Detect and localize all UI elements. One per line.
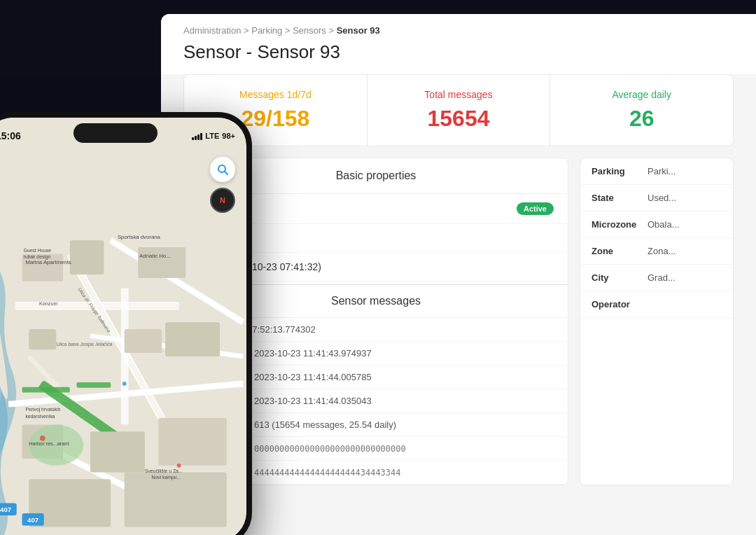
signal-bars-icon [192, 132, 202, 140]
svg-rect-3 [121, 289, 129, 425]
right-state-row: State Used... [580, 185, 733, 211]
right-zone-value: Zona... [648, 246, 676, 256]
svg-text:Sveučilište u Za...: Sveučilište u Za... [145, 468, 183, 473]
right-microzone-row: Microzone Obala... [580, 211, 733, 238]
phone-mockup: 407 407 Marina Apartments Sportska dvora… [0, 112, 252, 535]
right-city-value: Grad... [648, 272, 676, 283]
svg-text:Novi kampu...: Novi kampu... [152, 475, 181, 480]
page-title: Sensor - Sensor 93 [183, 41, 734, 74]
breadcrumb-current: Sensor 93 [337, 25, 380, 36]
breadcrumb-sensors[interactable]: Sensors [293, 25, 326, 36]
svg-rect-8 [70, 240, 104, 275]
phone-notch [74, 123, 158, 143]
right-city-label: City [592, 272, 648, 283]
svg-text:Ulica bana Josipa Jelačića: Ulica bana Josipa Jelačića [56, 342, 112, 347]
stat-total-label: Total messages [390, 89, 528, 100]
map-area: 407 407 Marina Apartments Sportska dvora… [0, 118, 246, 535]
right-zone-row: Zone Zona... [580, 238, 733, 265]
message-timestamp-1: 2023-10-23 11:41:43.974937 [254, 348, 554, 359]
message-timestamp-2: 2023-10-23 11:41:44.005785 [254, 372, 554, 382]
message-data-6: 44444444444444444444434443344 [254, 468, 401, 478]
right-microzone-value: Obala... [648, 219, 680, 230]
svg-text:rubak design: rubak design [23, 254, 50, 260]
svg-rect-17 [125, 473, 227, 527]
svg-rect-11 [125, 329, 162, 353]
stat-average: Average daily 26 [550, 75, 733, 146]
svg-rect-9 [138, 247, 186, 278]
svg-text:Sportska dvorana: Sportska dvorana [118, 234, 161, 240]
active-badge: Active [517, 202, 554, 215]
stat-total: Total messages 15654 [368, 75, 551, 146]
stat-average-value: 26 [573, 106, 710, 132]
svg-text:Konzum: Konzum [39, 300, 58, 307]
network-type: LTE [205, 132, 219, 140]
status-icons: LTE 98+ [192, 132, 235, 140]
breadcrumb-admin[interactable]: Administration [183, 25, 241, 36]
right-city-row: City Grad... [580, 265, 733, 291]
svg-text:Guest House: Guest House [23, 248, 51, 253]
stat-messages-label: Messages 1d/7d [206, 89, 344, 100]
battery-level: 98+ [222, 132, 235, 140]
message-timestamp-3: 2023-10-23 11:41:44.035043 [254, 396, 554, 406]
breadcrumb-parking[interactable]: Parking [251, 25, 282, 36]
svg-text:kedarstvenika: kedarstvenika [25, 414, 55, 419]
right-parking-row: Parking Parki... [580, 158, 733, 185]
right-microzone-label: Microzone [592, 219, 648, 230]
right-state-value: Used... [648, 193, 676, 203]
message-timestamp-4: 613 (15654 messages, 25.54 daily) [254, 419, 554, 430]
search-icon [216, 163, 229, 176]
svg-line-40 [225, 172, 227, 174]
svg-text:Perivoj hrvatskih: Perivoj hrvatskih [25, 407, 60, 412]
svg-rect-10 [29, 329, 56, 349]
svg-text:407: 407 [27, 516, 38, 524]
svg-point-25 [177, 464, 181, 468]
compass-n-label: N [220, 196, 225, 204]
svg-rect-15 [158, 418, 226, 466]
phone-screen: 407 407 Marina Apartments Sportska dvora… [0, 118, 246, 535]
svg-text:Adriatic Ho...: Adriatic Ho... [139, 253, 171, 259]
svg-text:Harbor res...arant: Harbor res...arant [29, 440, 69, 447]
right-panel: Parking Parki... State Used... Microzone… [580, 158, 734, 485]
right-parking-value: Parki... [648, 166, 676, 176]
status-time: 15:06 [0, 130, 21, 141]
map-search-button[interactable] [210, 157, 235, 182]
svg-text:407: 407 [0, 506, 11, 513]
compass: N [210, 188, 235, 213]
right-zone-label: Zone [592, 246, 648, 256]
message-data-5: 000000000000000000000000000000 [254, 444, 406, 454]
right-operator-row: Operator [580, 291, 733, 318]
right-operator-label: Operator [592, 299, 648, 310]
svg-point-24 [122, 382, 127, 386]
breadcrumb: Administration > Parking > Sensors > Sen… [183, 25, 734, 36]
breadcrumb-area: Administration > Parking > Sensors > Sen… [161, 14, 756, 74]
stat-total-value: 15654 [390, 106, 528, 132]
stats-bar: Messages 1d/7d 29/158 Total messages 156… [183, 74, 734, 146]
svg-rect-12 [165, 322, 220, 356]
right-parking-label: Parking [592, 166, 648, 176]
stat-average-label: Average daily [573, 89, 710, 100]
svg-rect-5 [76, 382, 111, 388]
svg-text:Marina Apartments: Marina Apartments [25, 259, 71, 265]
svg-rect-14 [90, 431, 145, 472]
right-state-label: State [592, 193, 648, 203]
